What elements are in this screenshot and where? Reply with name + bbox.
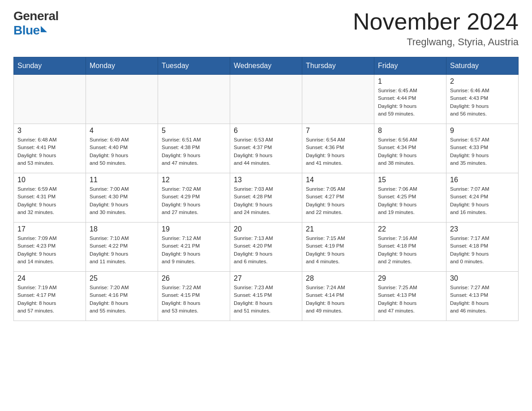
calendar-cell: 21Sunrise: 7:15 AM Sunset: 4:19 PM Dayli…	[302, 223, 374, 272]
calendar-cell	[86, 75, 158, 124]
day-number: 19	[162, 225, 226, 233]
column-header-sunday: Sunday	[14, 57, 86, 75]
day-number: 30	[450, 274, 515, 283]
calendar-cell	[302, 75, 374, 124]
day-number: 6	[234, 127, 298, 135]
calendar-cell	[14, 75, 86, 124]
day-info: Sunrise: 7:07 AM Sunset: 4:24 PM Dayligh…	[450, 185, 515, 216]
calendar-cell: 1Sunrise: 6:45 AM Sunset: 4:44 PM Daylig…	[374, 75, 446, 124]
day-number: 26	[162, 274, 226, 283]
day-number: 12	[162, 176, 226, 184]
calendar-cell: 16Sunrise: 7:07 AM Sunset: 4:24 PM Dayli…	[446, 173, 519, 223]
logo-general-text: General	[13, 9, 59, 23]
calendar-cell: 27Sunrise: 7:23 AM Sunset: 4:15 PM Dayli…	[230, 272, 302, 321]
column-header-monday: Monday	[86, 57, 158, 75]
day-number: 18	[90, 225, 154, 233]
day-info: Sunrise: 6:51 AM Sunset: 4:38 PM Dayligh…	[162, 136, 226, 167]
calendar-week-row: 1Sunrise: 6:45 AM Sunset: 4:44 PM Daylig…	[14, 75, 519, 124]
day-info: Sunrise: 7:03 AM Sunset: 4:28 PM Dayligh…	[234, 185, 298, 216]
logo: General Blue	[13, 9, 59, 38]
day-number: 29	[378, 274, 442, 283]
day-info: Sunrise: 6:56 AM Sunset: 4:34 PM Dayligh…	[378, 136, 442, 167]
calendar-cell: 3Sunrise: 6:48 AM Sunset: 4:41 PM Daylig…	[14, 124, 86, 173]
logo-triangle-icon	[41, 26, 47, 32]
calendar-cell: 4Sunrise: 6:49 AM Sunset: 4:40 PM Daylig…	[86, 124, 158, 173]
day-info: Sunrise: 6:59 AM Sunset: 4:31 PM Dayligh…	[17, 185, 82, 216]
day-number: 11	[90, 176, 154, 184]
day-info: Sunrise: 7:00 AM Sunset: 4:30 PM Dayligh…	[90, 185, 154, 216]
day-info: Sunrise: 7:06 AM Sunset: 4:25 PM Dayligh…	[378, 185, 442, 216]
column-header-saturday: Saturday	[446, 57, 519, 75]
day-number: 15	[378, 176, 442, 184]
day-info: Sunrise: 7:23 AM Sunset: 4:15 PM Dayligh…	[234, 284, 298, 315]
calendar-cell	[158, 75, 230, 124]
day-info: Sunrise: 7:25 AM Sunset: 4:13 PM Dayligh…	[378, 284, 442, 315]
day-info: Sunrise: 7:27 AM Sunset: 4:13 PM Dayligh…	[450, 284, 515, 315]
calendar-cell	[230, 75, 302, 124]
calendar-cell: 22Sunrise: 7:16 AM Sunset: 4:18 PM Dayli…	[374, 223, 446, 272]
day-number: 23	[450, 225, 515, 233]
calendar-cell: 5Sunrise: 6:51 AM Sunset: 4:38 PM Daylig…	[158, 124, 230, 173]
calendar-cell: 23Sunrise: 7:17 AM Sunset: 4:18 PM Dayli…	[446, 223, 519, 272]
calendar-cell: 15Sunrise: 7:06 AM Sunset: 4:25 PM Dayli…	[374, 173, 446, 223]
day-number: 1	[378, 77, 442, 86]
calendar-cell: 24Sunrise: 7:19 AM Sunset: 4:17 PM Dayli…	[14, 272, 86, 321]
calendar-cell: 20Sunrise: 7:13 AM Sunset: 4:20 PM Dayli…	[230, 223, 302, 272]
day-number: 14	[306, 176, 370, 184]
day-number: 2	[450, 77, 515, 86]
calendar-week-row: 17Sunrise: 7:09 AM Sunset: 4:23 PM Dayli…	[14, 223, 519, 272]
day-number: 17	[17, 225, 82, 233]
day-info: Sunrise: 6:49 AM Sunset: 4:40 PM Dayligh…	[90, 136, 154, 167]
calendar-cell: 9Sunrise: 6:57 AM Sunset: 4:33 PM Daylig…	[446, 124, 519, 173]
day-number: 7	[306, 127, 370, 135]
day-info: Sunrise: 6:46 AM Sunset: 4:43 PM Dayligh…	[450, 87, 515, 118]
day-info: Sunrise: 7:05 AM Sunset: 4:27 PM Dayligh…	[306, 185, 370, 216]
column-header-thursday: Thursday	[302, 57, 374, 75]
calendar-cell: 18Sunrise: 7:10 AM Sunset: 4:22 PM Dayli…	[86, 223, 158, 272]
day-info: Sunrise: 7:13 AM Sunset: 4:20 PM Dayligh…	[234, 235, 298, 265]
calendar-cell: 11Sunrise: 7:00 AM Sunset: 4:30 PM Dayli…	[86, 173, 158, 223]
day-info: Sunrise: 7:22 AM Sunset: 4:15 PM Dayligh…	[162, 284, 226, 315]
calendar-header-row: SundayMondayTuesdayWednesdayThursdayFrid…	[14, 57, 519, 75]
day-info: Sunrise: 7:10 AM Sunset: 4:22 PM Dayligh…	[90, 235, 154, 265]
calendar-cell: 14Sunrise: 7:05 AM Sunset: 4:27 PM Dayli…	[302, 173, 374, 223]
column-header-wednesday: Wednesday	[230, 57, 302, 75]
day-number: 16	[450, 176, 515, 184]
calendar-cell: 28Sunrise: 7:24 AM Sunset: 4:14 PM Dayli…	[302, 272, 374, 321]
location-subtitle: Treglwang, Styria, Austria	[353, 36, 519, 48]
calendar-cell: 13Sunrise: 7:03 AM Sunset: 4:28 PM Dayli…	[230, 173, 302, 223]
day-number: 9	[450, 127, 515, 135]
logo-blue-text: Blue	[13, 23, 40, 38]
day-info: Sunrise: 6:45 AM Sunset: 4:44 PM Dayligh…	[378, 87, 442, 118]
day-number: 8	[378, 127, 442, 135]
calendar-week-row: 24Sunrise: 7:19 AM Sunset: 4:17 PM Dayli…	[14, 272, 519, 321]
calendar-cell: 8Sunrise: 6:56 AM Sunset: 4:34 PM Daylig…	[374, 124, 446, 173]
day-number: 20	[234, 225, 298, 233]
day-number: 21	[306, 225, 370, 233]
day-info: Sunrise: 6:57 AM Sunset: 4:33 PM Dayligh…	[450, 136, 515, 167]
day-info: Sunrise: 7:19 AM Sunset: 4:17 PM Dayligh…	[17, 284, 82, 315]
column-header-tuesday: Tuesday	[158, 57, 230, 75]
day-number: 27	[234, 274, 298, 283]
day-info: Sunrise: 7:24 AM Sunset: 4:14 PM Dayligh…	[306, 284, 370, 315]
calendar-cell: 17Sunrise: 7:09 AM Sunset: 4:23 PM Dayli…	[14, 223, 86, 272]
calendar-cell: 30Sunrise: 7:27 AM Sunset: 4:13 PM Dayli…	[446, 272, 519, 321]
day-info: Sunrise: 6:53 AM Sunset: 4:37 PM Dayligh…	[234, 136, 298, 167]
month-year-title: November 2024	[353, 9, 519, 34]
calendar-cell: 26Sunrise: 7:22 AM Sunset: 4:15 PM Dayli…	[158, 272, 230, 321]
day-info: Sunrise: 7:20 AM Sunset: 4:16 PM Dayligh…	[90, 284, 154, 315]
day-number: 22	[378, 225, 442, 233]
day-info: Sunrise: 7:16 AM Sunset: 4:18 PM Dayligh…	[378, 235, 442, 265]
day-number: 3	[17, 127, 82, 135]
day-info: Sunrise: 7:02 AM Sunset: 4:29 PM Dayligh…	[162, 185, 226, 216]
calendar-week-row: 3Sunrise: 6:48 AM Sunset: 4:41 PM Daylig…	[14, 124, 519, 173]
calendar-cell: 25Sunrise: 7:20 AM Sunset: 4:16 PM Dayli…	[86, 272, 158, 321]
day-info: Sunrise: 7:12 AM Sunset: 4:21 PM Dayligh…	[162, 235, 226, 265]
column-header-friday: Friday	[374, 57, 446, 75]
day-info: Sunrise: 7:17 AM Sunset: 4:18 PM Dayligh…	[450, 235, 515, 265]
calendar-cell: 29Sunrise: 7:25 AM Sunset: 4:13 PM Dayli…	[374, 272, 446, 321]
day-info: Sunrise: 7:15 AM Sunset: 4:19 PM Dayligh…	[306, 235, 370, 265]
day-number: 5	[162, 127, 226, 135]
calendar-cell: 2Sunrise: 6:46 AM Sunset: 4:43 PM Daylig…	[446, 75, 519, 124]
day-info: Sunrise: 6:54 AM Sunset: 4:36 PM Dayligh…	[306, 136, 370, 167]
